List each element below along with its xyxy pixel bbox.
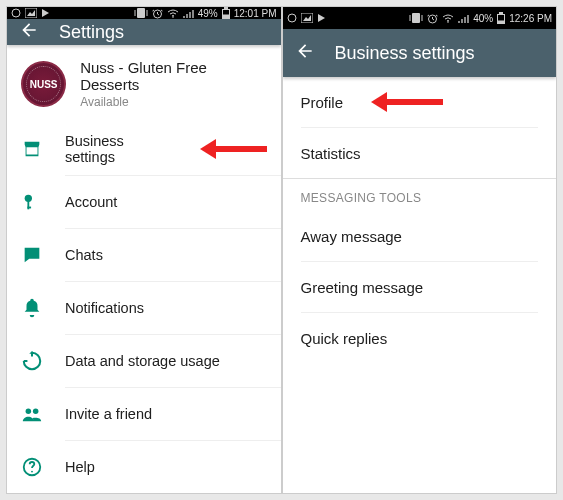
- item-label: Greeting message: [301, 279, 424, 296]
- clock-text: 12:01 PM: [234, 8, 277, 19]
- app-icon: [11, 8, 21, 18]
- item-label: Profile: [301, 94, 344, 111]
- item-invite[interactable]: Invite a friend: [7, 388, 281, 440]
- settings-list: Business settings Account Chats: [7, 123, 281, 493]
- red-arrow: [200, 142, 267, 156]
- svg-point-13: [26, 409, 31, 415]
- red-arrow: [371, 95, 443, 109]
- svg-rect-8: [224, 7, 228, 9]
- settings-screen: 49% 12:01 PM Settings NUSS Nuss - Gluten…: [7, 7, 281, 493]
- svg-point-17: [288, 14, 296, 22]
- signal-icon: [183, 9, 194, 18]
- section-header: MESSAGING TOOLS: [283, 178, 557, 211]
- item-label: Invite a friend: [65, 406, 152, 422]
- status-text: Available: [80, 95, 266, 109]
- arrow-left-icon: [295, 41, 315, 61]
- appbar: Business settings: [283, 29, 557, 77]
- svg-rect-26: [498, 15, 504, 21]
- statusbar: 49% 12:01 PM: [7, 7, 281, 19]
- item-label: Data and storage usage: [65, 353, 220, 369]
- item-label: Away message: [301, 228, 402, 245]
- svg-point-16: [31, 471, 33, 473]
- svg-rect-2: [137, 8, 145, 18]
- item-notifications[interactable]: Notifications: [7, 282, 281, 334]
- business-name: Nuss - Gluten Free Desserts: [80, 59, 266, 93]
- item-away-message[interactable]: Away message: [283, 211, 557, 261]
- clock-text: 12:26 PM: [509, 13, 552, 24]
- battery-text: 49%: [198, 8, 218, 19]
- item-label: Business settings: [65, 133, 170, 165]
- data-icon: [21, 350, 43, 372]
- vibrate-icon: [134, 8, 148, 18]
- item-greeting-message[interactable]: Greeting message: [283, 262, 557, 312]
- app-icon: [287, 13, 297, 23]
- item-quick-replies[interactable]: Quick replies: [283, 313, 557, 363]
- svg-point-0: [12, 9, 20, 17]
- wifi-icon: [442, 14, 454, 23]
- play-icon: [317, 13, 326, 23]
- svg-rect-25: [499, 12, 503, 14]
- wifi-icon: [167, 9, 179, 18]
- item-chats[interactable]: Chats: [7, 229, 281, 281]
- avatar: NUSS: [21, 61, 66, 107]
- appbar: Settings: [7, 19, 281, 45]
- page-title: Settings: [59, 22, 124, 43]
- landscape-icon: [25, 8, 37, 18]
- profile-row[interactable]: NUSS Nuss - Gluten Free Desserts Availab…: [7, 45, 281, 123]
- vibrate-icon: [409, 13, 423, 23]
- help-icon: [21, 456, 43, 478]
- business-settings-list: Profile Statistics MESSAGING TOOLS Away …: [283, 77, 557, 363]
- signal-icon: [458, 14, 469, 23]
- svg-point-10: [25, 195, 32, 202]
- chat-icon: [21, 244, 43, 266]
- landscape-icon: [301, 13, 313, 23]
- svg-rect-12: [27, 207, 31, 209]
- item-profile[interactable]: Profile: [283, 77, 557, 127]
- back-button[interactable]: [295, 41, 315, 65]
- item-business-settings[interactable]: Business settings: [7, 123, 281, 175]
- battery-icon: [222, 7, 230, 19]
- statusbar: 40% 12:26 PM: [283, 7, 557, 29]
- item-data-storage[interactable]: Data and storage usage: [7, 335, 281, 387]
- svg-rect-19: [412, 13, 420, 23]
- page-title: Business settings: [335, 43, 475, 64]
- item-statistics[interactable]: Statistics: [283, 128, 557, 178]
- arrow-left-icon: [19, 20, 39, 40]
- battery-text: 40%: [473, 13, 493, 24]
- play-icon: [41, 8, 50, 18]
- item-label: Statistics: [301, 145, 361, 162]
- svg-point-23: [447, 21, 449, 23]
- svg-point-6: [172, 16, 174, 18]
- alarm-icon: [427, 13, 438, 24]
- item-help[interactable]: Help: [7, 441, 281, 493]
- key-icon: [21, 191, 43, 213]
- battery-icon: [497, 12, 505, 24]
- item-label: Notifications: [65, 300, 144, 316]
- item-label: Help: [65, 459, 95, 475]
- item-label: Quick replies: [301, 330, 388, 347]
- svg-point-14: [33, 409, 38, 415]
- people-icon: [21, 403, 43, 425]
- back-button[interactable]: [19, 20, 39, 44]
- svg-rect-9: [223, 10, 229, 15]
- item-label: Chats: [65, 247, 103, 263]
- item-label: Account: [65, 194, 117, 210]
- bell-icon: [21, 297, 43, 319]
- store-icon: [21, 138, 43, 160]
- alarm-icon: [152, 8, 163, 19]
- business-settings-screen: 40% 12:26 PM Business settings Profile S…: [283, 7, 557, 493]
- item-account[interactable]: Account: [7, 176, 281, 228]
